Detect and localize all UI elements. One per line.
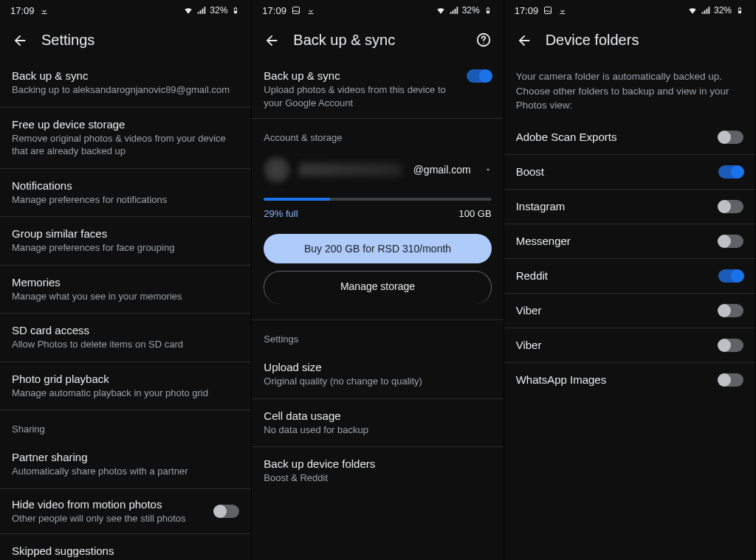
settings-item-device-folders[interactable]: Back up device folders Boost & Reddit	[252, 447, 503, 495]
app-bar: Back up & sync	[252, 21, 503, 59]
item-sub: Backing up to aleksandarognjanovic89@gma…	[12, 83, 239, 97]
item-sub: Manage preferences for face grouping	[12, 241, 239, 255]
item-sub: Upload photos & videos from this device …	[264, 83, 458, 109]
buy-storage-button[interactable]: Buy 200 GB for RSD 310/month	[264, 234, 491, 263]
wifi-icon	[687, 5, 698, 15]
item-sub: Original quality (no change to quality)	[264, 375, 491, 388]
manage-storage-button[interactable]: Manage storage	[264, 271, 491, 304]
folder-toggle[interactable]	[718, 373, 743, 387]
folder-row[interactable]: Boost	[504, 155, 755, 190]
app-bar: Settings	[0, 21, 251, 59]
folder-toggle[interactable]	[718, 339, 743, 352]
status-time: 17:09	[515, 5, 539, 16]
settings-item-free-storage[interactable]: Free up device storage Remove original p…	[0, 108, 251, 169]
item-title: Cell data usage	[264, 409, 491, 422]
dropdown-icon	[484, 166, 492, 173]
item-title: Back up device folders	[264, 457, 491, 470]
folder-row[interactable]: Viber	[504, 294, 755, 328]
folder-toggle[interactable]	[718, 131, 743, 144]
account-row[interactable]: @gmail.com	[252, 149, 503, 187]
item-title: Photo grid playback	[12, 373, 239, 385]
back-icon[interactable]	[12, 32, 27, 47]
help-icon[interactable]	[475, 32, 492, 48]
folder-name: Viber	[516, 339, 718, 351]
folder-row[interactable]: Adobe Scan Exports	[504, 120, 755, 155]
hide-video-toggle[interactable]	[214, 505, 239, 518]
status-bar: 17:09 32%	[252, 0, 503, 21]
backup-sync-panel: 17:09 32% Back up & sync Back up & sync …	[252, 0, 504, 560]
settings-item-notifications[interactable]: Notifications Manage preferences for not…	[0, 169, 251, 218]
settings-item-hide-video[interactable]: Hide video from motion photos Other peop…	[0, 489, 251, 535]
page-title: Device folders	[546, 32, 639, 49]
backup-sync-toggle[interactable]	[467, 69, 492, 83]
image-icon	[543, 5, 553, 15]
item-title: Back up & sync	[12, 69, 239, 82]
settings-item-backup-sync[interactable]: Back up & sync Backing up to aleksandaro…	[0, 59, 251, 108]
back-icon[interactable]	[516, 32, 531, 47]
section-header-account: Account & storage	[252, 119, 503, 149]
item-sub: Manage automatic playback in your photo …	[12, 387, 239, 400]
item-sub: Allow Photos to delete items on SD card	[12, 338, 239, 351]
progress-fill	[264, 198, 329, 201]
folder-toggle[interactable]	[718, 269, 743, 283]
backup-sync-toggle-row[interactable]: Back up & sync Upload photos & videos fr…	[252, 59, 503, 119]
svg-rect-3	[545, 7, 551, 14]
item-title: SD card access	[12, 324, 239, 336]
folder-row[interactable]: WhatsApp Images	[504, 363, 755, 397]
signal-icon	[449, 5, 459, 15]
item-title: Free up device storage	[12, 118, 239, 131]
folder-name: Messenger	[516, 235, 718, 247]
image-icon	[291, 5, 301, 15]
signal-icon	[196, 5, 207, 15]
settings-item-partner-sharing[interactable]: Partner sharing Automatically share phot…	[0, 440, 251, 489]
folder-name: Adobe Scan Exports	[516, 131, 718, 143]
settings-item-skipped[interactable]: Skipped suggestions View & remove your s…	[0, 534, 251, 560]
item-sub: Automatically share photos with a partne…	[12, 465, 239, 478]
folder-toggle[interactable]	[718, 165, 743, 179]
settings-item-memories[interactable]: Memories Manage what you see in your mem…	[0, 266, 251, 314]
folder-toggle[interactable]	[718, 200, 743, 213]
item-sub: Manage what you see in your memories	[12, 290, 239, 303]
folder-name: WhatsApp Images	[516, 373, 718, 386]
download-icon	[557, 5, 568, 15]
item-title: Group similar faces	[12, 227, 239, 240]
folder-row[interactable]: Messenger	[504, 224, 755, 259]
folder-toggle[interactable]	[718, 304, 743, 317]
avatar	[264, 156, 290, 183]
download-icon	[306, 5, 316, 15]
settings-item-upload-size[interactable]: Upload size Original quality (no change …	[252, 350, 503, 399]
item-title: Partner sharing	[12, 451, 239, 463]
settings-item-cell-data[interactable]: Cell data usage No data used for backup	[252, 399, 503, 448]
folder-row[interactable]: Reddit	[504, 259, 755, 294]
email-domain: @gmail.com	[413, 164, 471, 176]
back-icon[interactable]	[264, 32, 278, 47]
signal-icon	[701, 5, 711, 15]
status-bar: 17:09 32%	[0, 0, 251, 21]
section-header-sharing: Sharing	[0, 410, 251, 440]
storage-pct: 29% full	[264, 208, 298, 219]
status-battery-pct: 32%	[714, 5, 732, 15]
item-sub: Remove original photos & videos from you…	[12, 132, 239, 158]
status-bar: 17:09 32%	[504, 0, 755, 21]
battery-icon	[230, 5, 241, 15]
folder-toggle[interactable]	[718, 235, 743, 248]
download-icon	[39, 5, 49, 15]
item-sub: No data used for backup	[264, 424, 491, 437]
battery-icon	[735, 5, 745, 15]
settings-item-group-faces[interactable]: Group similar faces Manage preferences f…	[0, 217, 251, 266]
page-title: Back up & sync	[293, 32, 395, 49]
folder-name: Reddit	[516, 269, 718, 282]
settings-item-sd-card[interactable]: SD card access Allow Photos to delete it…	[0, 314, 251, 362]
item-title: Skipped suggestions	[12, 545, 239, 557]
svg-point-2	[483, 43, 484, 44]
item-title: Back up & sync	[264, 69, 458, 82]
section-header-settings: Settings	[252, 320, 503, 350]
folder-row[interactable]: Viber	[504, 328, 755, 363]
item-title: Upload size	[264, 361, 491, 373]
folder-row[interactable]: Instagram	[504, 190, 755, 224]
settings-item-grid-playback[interactable]: Photo grid playback Manage automatic pla…	[0, 362, 251, 411]
status-time: 17:09	[10, 5, 35, 16]
item-sub: Manage preferences for notifications	[12, 193, 239, 207]
status-battery-pct: 32%	[462, 5, 480, 15]
folder-name: Boost	[516, 165, 718, 178]
